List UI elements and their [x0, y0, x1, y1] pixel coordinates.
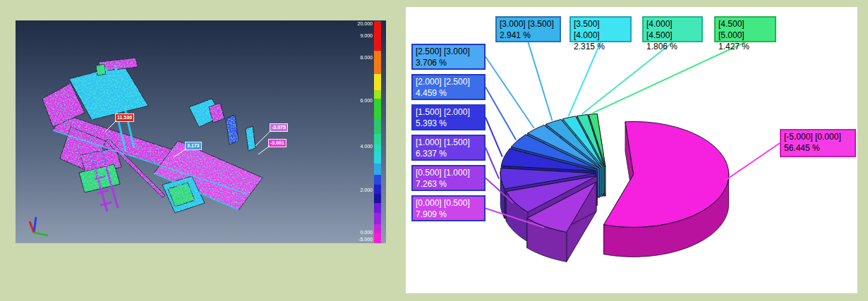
- callout-25003000: [2.500] [3.000]3.706 %: [411, 44, 486, 70]
- page: 20.0009.0008.0006.0004.0002.0000.000-5.0…: [0, 0, 868, 301]
- callout-percent-label: 7.909 %: [416, 209, 481, 220]
- pie-chart-panel: [-5.000] [0.000]56.445 %[0.000] [0.500]7…: [406, 7, 857, 293]
- axis-z: [34, 217, 36, 233]
- callout-10001500: [1.000] [1.500]6.337 %: [411, 135, 486, 161]
- annotation-leader-line: [105, 121, 116, 132]
- callout-leader-line: [486, 57, 534, 128]
- callout-leader-line: [725, 143, 780, 180]
- axis-x: [30, 221, 34, 233]
- callout-percent-label: 2.941 %: [500, 30, 557, 41]
- callout-leader-line: [529, 42, 553, 121]
- callout-leader-line: [486, 148, 499, 179]
- annotation-leader-line: [174, 149, 186, 157]
- callout-40004500: [4.000] [4.500]1.806 %: [642, 16, 703, 42]
- callout-00000500: [0.000] [0.500]7.909 %: [411, 195, 486, 221]
- callout-range-label: [3.000] [3.500]: [500, 18, 557, 30]
- callout-range-label: [3.500] [4.000]: [574, 18, 627, 41]
- callout-percent-label: 1.806 %: [646, 41, 699, 52]
- annotation-leader-line: [258, 146, 270, 154]
- callout-percent-label: 7.263 %: [416, 178, 481, 190]
- pie-slice--50000000[interactable]: [604, 121, 729, 257]
- callout-range-label: [0.000] [0.500]: [416, 197, 481, 209]
- callout-range-label: [1.000] [1.500]: [416, 137, 481, 148]
- callout-percent-label: 4.459 %: [416, 87, 481, 99]
- callout--50000000: [-5.000] [0.000]56.445 %: [780, 129, 856, 157]
- callout-leader-line: [568, 42, 601, 116]
- callout-05001000: [0.500] [1.000]7.263 %: [411, 165, 486, 191]
- callout-range-label: [-5.000] [0.000]: [784, 131, 852, 142]
- callout-range-label: [1.500] [2.000]: [416, 106, 481, 118]
- callout-35004000: [3.500] [4.000]2.315 %: [569, 16, 632, 42]
- callout-percent-label: 56.445 %: [784, 142, 852, 154]
- axis-y: [34, 233, 48, 235]
- callout-range-label: [2.000] [2.500]: [416, 76, 481, 87]
- callout-leader-line: [593, 42, 745, 113]
- callout-30003500: [3.000] [3.500]2.941 %: [495, 16, 561, 42]
- callout-45005000: [4.500] [5.000]1.427 %: [714, 16, 776, 42]
- callout-percent-label: 5.393 %: [416, 118, 481, 129]
- viewer-3d-panel[interactable]: 20.0009.0008.0006.0004.0002.0000.000-5.0…: [16, 20, 386, 243]
- callout-15002000: [1.500] [2.000]5.393 %: [411, 104, 486, 130]
- axis-triad-icon: [23, 208, 65, 243]
- annotation-leader-line: [255, 130, 271, 146]
- callout-range-label: [2.500] [3.000]: [416, 46, 481, 57]
- callout-percent-label: 6.337 %: [416, 148, 481, 159]
- callout-percent-label: 2.315 %: [574, 41, 627, 52]
- callout-range-label: [0.500] [1.000]: [416, 167, 481, 178]
- annotation-lines-layer: [16, 20, 386, 243]
- callout-percent-label: 3.706 %: [416, 57, 481, 68]
- callout-percent-label: 1.427 %: [718, 41, 772, 52]
- callout-range-label: [4.500] [5.000]: [718, 18, 772, 41]
- callout-20002500: [2.000] [2.500]4.459 %: [411, 74, 486, 100]
- callout-leader-line: [486, 118, 502, 157]
- callout-range-label: [4.000] [4.500]: [646, 18, 699, 41]
